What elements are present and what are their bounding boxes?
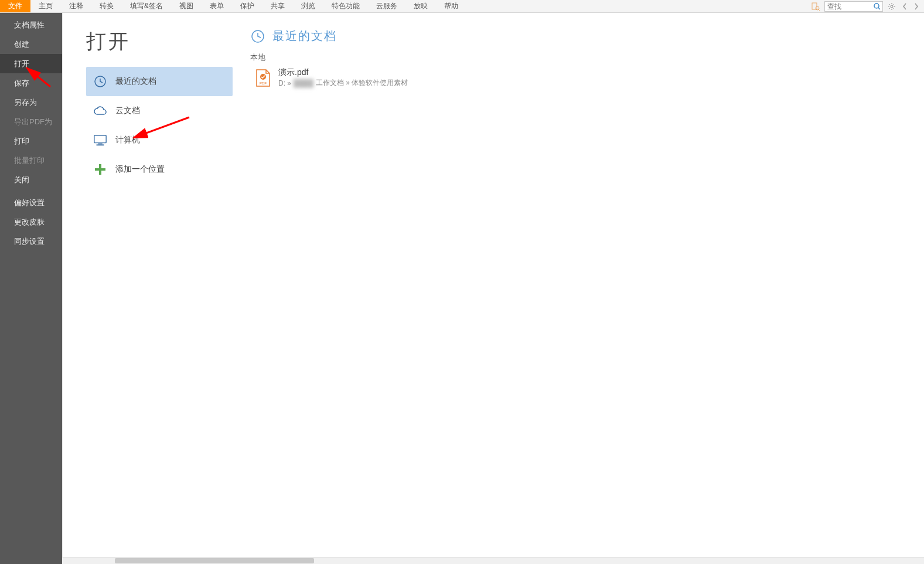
sidebar-item-exportpdf: 导出PDF为 (0, 112, 62, 131)
svg-rect-7 (94, 135, 106, 143)
place-recent[interactable]: 最近的文档 (86, 67, 233, 96)
place-label: 云文档 (115, 106, 140, 116)
menu-tab-home[interactable]: 主页 (30, 0, 61, 12)
sidebar-item-sync[interactable]: 同步设置 (0, 232, 62, 251)
search-page-icon[interactable] (810, 1, 821, 12)
menu-tab-view[interactable]: 视图 (171, 0, 202, 12)
menu-tab-fillsign[interactable]: 填写&签名 (122, 0, 171, 12)
svg-rect-9 (97, 144, 104, 145)
menu-tab-browse[interactable]: 浏览 (293, 0, 323, 12)
file-sidebar: 文档属性 创建 打开 保存 另存为 导出PDF为 打印 批量打印 关闭 偏好设置… (0, 13, 62, 564)
horizontal-scrollbar[interactable] (62, 557, 924, 564)
svg-point-3 (874, 4, 879, 8)
place-label: 最近的文档 (115, 76, 156, 87)
menu-tab-protect[interactable]: 保护 (232, 0, 262, 12)
menu-tab-convert[interactable]: 转换 (91, 0, 122, 12)
sidebar-item-close[interactable]: 关闭 (0, 170, 62, 189)
menu-tab-help[interactable]: 帮助 (436, 0, 466, 12)
section-local: 本地 (250, 52, 906, 63)
page-title: 打开 (86, 28, 233, 55)
sidebar-item-saveas[interactable]: 另存为 (0, 93, 62, 112)
sidebar-item-save[interactable]: 保存 (0, 73, 62, 93)
menu-tab-features[interactable]: 特色功能 (323, 0, 368, 12)
open-places-panel: 打开 最近的文档 云文档 (63, 13, 233, 564)
menu-tab-annotate[interactable]: 注释 (61, 0, 91, 12)
menu-tab-slideshow[interactable]: 放映 (405, 0, 436, 12)
gear-icon[interactable] (887, 1, 897, 12)
nav-prev-icon[interactable] (901, 1, 909, 12)
sidebar-item-skin[interactable]: 更改皮肤 (0, 212, 62, 232)
place-computer[interactable]: 计算机 (86, 125, 233, 155)
svg-text:PDF: PDF (260, 81, 267, 85)
svg-line-2 (819, 9, 820, 11)
sidebar-item-print[interactable]: 打印 (0, 131, 62, 151)
svg-point-5 (891, 5, 893, 8)
computer-icon (93, 133, 107, 147)
sidebar-item-preferences[interactable]: 偏好设置 (0, 193, 62, 212)
pdf-file-icon: PDF (255, 69, 271, 87)
menu-tab-share[interactable]: 共享 (262, 0, 293, 12)
menu-tab-form[interactable]: 表单 (202, 0, 232, 12)
recent-header: 最近的文档 (272, 28, 337, 44)
search-input[interactable] (825, 2, 872, 11)
open-content-panel: 最近的文档 本地 PDF 演示.pdf D: » ████ 工作文档 » 体验软… (233, 13, 924, 564)
sidebar-item-properties[interactable]: 文档属性 (0, 15, 62, 35)
search-icon[interactable] (872, 1, 882, 12)
svg-rect-11 (95, 168, 105, 171)
menu-tab-file[interactable]: 文件 (0, 0, 30, 12)
scrollbar-thumb[interactable] (115, 558, 314, 563)
svg-rect-8 (98, 144, 102, 145)
svg-rect-0 (812, 3, 817, 9)
document-path: D: » ████ 工作文档 » 体验软件使用素材 (278, 78, 408, 88)
clock-icon (250, 29, 265, 44)
place-label: 添加一个位置 (115, 164, 165, 175)
cloud-icon (93, 104, 107, 118)
sidebar-item-create[interactable]: 创建 (0, 35, 62, 54)
plus-icon (93, 162, 107, 176)
menubar: 文件 主页 注释 转换 填写&签名 视图 表单 保护 共享 浏览 特色功能 云服… (0, 0, 924, 13)
place-add-location[interactable]: 添加一个位置 (86, 155, 233, 184)
place-label: 计算机 (115, 135, 140, 145)
svg-line-4 (878, 8, 880, 9)
sidebar-item-open[interactable]: 打开 (0, 54, 62, 73)
place-cloud[interactable]: 云文档 (86, 96, 233, 125)
recent-document[interactable]: PDF 演示.pdf D: » ████ 工作文档 » 体验软件使用素材 (250, 66, 906, 93)
clock-icon (93, 74, 107, 89)
sidebar-item-batchprint: 批量打印 (0, 151, 62, 170)
nav-next-icon[interactable] (912, 1, 920, 12)
menu-tab-cloud[interactable]: 云服务 (368, 0, 405, 12)
search-box[interactable] (824, 1, 883, 12)
document-name: 演示.pdf (278, 67, 408, 78)
